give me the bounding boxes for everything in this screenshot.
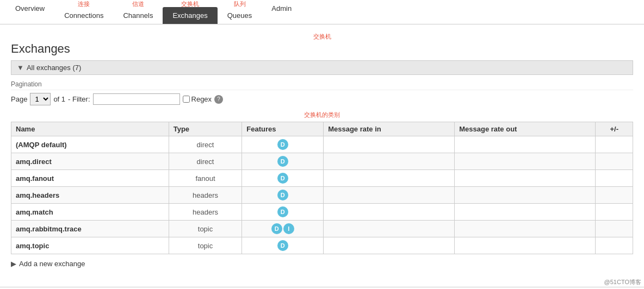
exchange-features: D <box>242 153 324 170</box>
exchange-plus-minus <box>596 170 633 187</box>
add-exchange-section[interactable]: ▶ Add a new exchange <box>11 260 633 268</box>
nav-item-exchanges: 交换机Exchanges <box>163 0 217 24</box>
pagination-label: Pagination <box>11 80 633 90</box>
of-label: of 1 <box>53 95 65 103</box>
page-select[interactable]: 1 <box>30 93 51 105</box>
exchange-name-link[interactable]: amq.headers <box>16 191 59 199</box>
regex-label-wrapper: Regex <box>183 95 212 103</box>
exchange-rate-in <box>324 204 455 221</box>
table-header-name: Name <box>11 122 169 136</box>
nav-link-overview[interactable]: Overview <box>5 0 54 17</box>
exchange-table: NameTypeFeaturesMessage rate inMessage r… <box>11 122 633 254</box>
footer: HTTP APIServer DocsTutorialsCommunity Su… <box>0 287 644 289</box>
table-row: amq.directdirectD <box>11 153 633 170</box>
nav-link-queues[interactable]: Queues <box>218 7 262 24</box>
table-row: amq.headersheadersD <box>11 187 633 204</box>
exchange-rate-in <box>324 187 455 204</box>
exchange-features: D <box>242 204 324 221</box>
regex-label: Regex <box>191 95 212 103</box>
nav-cn-channels: 信道 <box>132 0 144 7</box>
table-row: amq.rabbitmq.tracetopicDI <box>11 221 633 237</box>
exchange-plus-minus <box>596 136 633 153</box>
nav-link-connections[interactable]: Connections <box>54 7 113 24</box>
exchange-features: D <box>242 187 324 204</box>
exchange-rate-out <box>455 237 596 254</box>
exchange-features: D <box>242 170 324 187</box>
feature-badge-d: D <box>277 206 288 217</box>
table-row: (AMQP default)directD <box>11 136 633 153</box>
exchange-rate-out <box>455 153 596 170</box>
nav-link-exchanges[interactable]: Exchanges <box>163 7 217 24</box>
exchange-name-link[interactable]: amq.match <box>16 208 53 216</box>
exchange-type: topic <box>169 237 242 254</box>
nav-cn-exchanges: 交换机 <box>181 0 199 7</box>
section-arrow-icon: ▼ <box>17 64 24 72</box>
table-row: amq.matchheadersD <box>11 204 633 221</box>
exchange-rate-out <box>455 187 596 204</box>
exchange-type: fanout <box>169 170 242 187</box>
feature-badge-i: I <box>283 223 294 234</box>
exchange-plus-minus <box>596 187 633 204</box>
page-label: Page <box>11 95 27 103</box>
exchange-plus-minus <box>596 237 633 254</box>
exchange-name-link[interactable]: (AMQP default) <box>16 141 67 149</box>
nav-cn-connections: 连接 <box>78 0 90 7</box>
nav-item-connections: 连接Connections <box>54 0 113 24</box>
regex-checkbox[interactable] <box>183 96 190 103</box>
exchange-name-link[interactable]: amq.fanout <box>16 174 54 183</box>
page-title: Exchanges <box>11 42 633 56</box>
nav-item-channels: 信道Channels <box>113 0 163 24</box>
exchange-type: topic <box>169 221 242 237</box>
nav-item-overview: Overview <box>5 0 54 17</box>
feature-badge-d: D <box>277 190 288 200</box>
exchange-features: DI <box>242 221 324 237</box>
exchange-name-link[interactable]: amq.rabbitmq.trace <box>16 225 82 233</box>
nav-item-queues: 队列Queues <box>218 0 262 24</box>
exchange-type: direct <box>169 136 242 153</box>
pagination-section: Pagination Page 1 of 1 - Filter: Regex ? <box>11 80 633 105</box>
exchange-features: D <box>242 237 324 254</box>
table-header----: +/- <box>596 122 633 136</box>
regex-help-icon[interactable]: ? <box>214 95 223 104</box>
exchange-rate-in <box>324 170 455 187</box>
exchange-rate-in <box>324 153 455 170</box>
table-header-type: Type <box>169 122 242 136</box>
pagination-controls: Page 1 of 1 - Filter: Regex ? <box>11 93 633 105</box>
exchange-rate-out <box>455 170 596 187</box>
nav-cn-queues: 队列 <box>234 0 246 7</box>
feature-badge-d: D <box>271 223 282 234</box>
filter-input[interactable] <box>93 93 180 105</box>
exchange-plus-minus <box>596 221 633 237</box>
exchange-type: headers <box>169 187 242 204</box>
feature-badge-d: D <box>277 173 288 184</box>
exchange-rate-in <box>324 221 455 237</box>
section-header[interactable]: ▼ All exchanges (7) <box>11 60 633 75</box>
watermark: @51CTO博客 <box>604 278 641 286</box>
exchange-rate-out <box>455 204 596 221</box>
table-header-message-rate-out: Message rate out <box>455 122 596 136</box>
nav-item-admin: Admin <box>262 0 301 17</box>
table-header-features: Features <box>242 122 324 136</box>
filter-label: - Filter: <box>68 95 90 103</box>
add-exchange-link[interactable]: Add a new exchange <box>19 260 85 268</box>
exchange-plus-minus <box>596 204 633 221</box>
nav-link-channels[interactable]: Channels <box>113 7 163 24</box>
page-content: 交换机 Exchanges ▼ All exchanges (7) Pagina… <box>0 24 644 276</box>
top-nav: Overview连接Connections信道Channels交换机Exchan… <box>0 0 644 24</box>
nav-link-admin[interactable]: Admin <box>262 0 301 17</box>
exchange-name-link[interactable]: amq.topic <box>16 242 49 250</box>
exchange-rate-out <box>455 136 596 153</box>
exchange-features: D <box>242 136 324 153</box>
exchange-type: headers <box>169 204 242 221</box>
exchange-plus-minus <box>596 153 633 170</box>
add-exchange-arrow-icon: ▶ <box>11 260 16 268</box>
exchange-type: direct <box>169 153 242 170</box>
table-row: amq.topictopicD <box>11 237 633 254</box>
table-cn-label: 交换机的类别 <box>11 111 633 119</box>
table-row: amq.fanoutfanoutD <box>11 170 633 187</box>
feature-badge-d: D <box>277 240 288 251</box>
feature-badge-d: D <box>277 139 288 150</box>
feature-badge-d: D <box>277 156 288 167</box>
exchange-name-link[interactable]: amq.direct <box>16 158 52 166</box>
exchange-rate-in <box>324 136 455 153</box>
